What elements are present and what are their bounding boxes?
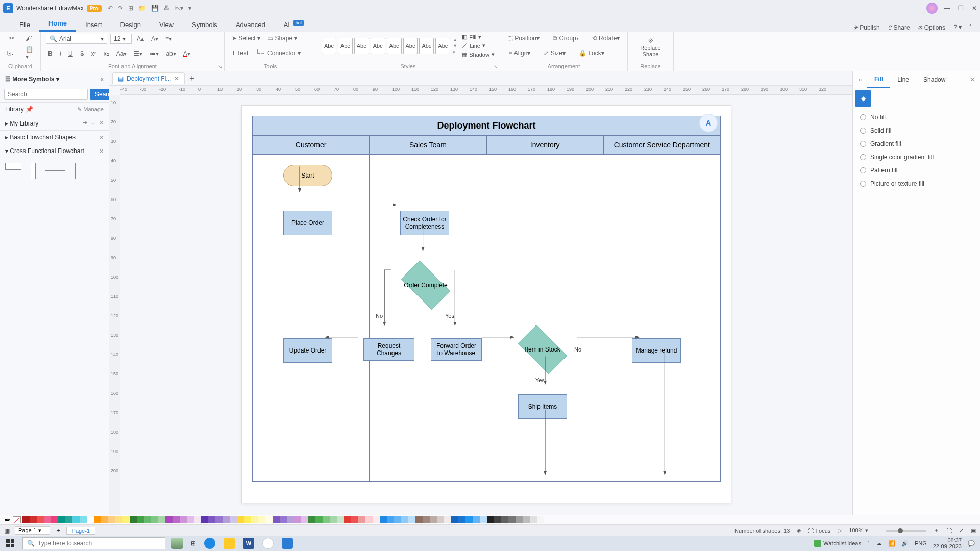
menu-insert[interactable]: Insert: [76, 18, 111, 32]
watchlist-widget[interactable]: Watchlist ideas: [814, 540, 861, 547]
lane-header-inventory[interactable]: Inventory: [487, 136, 604, 155]
color-swatch[interactable]: [187, 516, 194, 523]
shape-vertical-swimlane[interactable]: [31, 163, 36, 179]
language-icon[interactable]: ENG: [915, 540, 927, 546]
fit-page-icon[interactable]: ⛶: [946, 528, 952, 534]
layers-icon[interactable]: ◈: [797, 527, 801, 534]
color-swatch[interactable]: [516, 516, 523, 523]
zoom-out-icon[interactable]: −: [875, 528, 878, 534]
manage-button[interactable]: ✎ Manage: [77, 106, 104, 113]
styles-dialog-launcher[interactable]: ↘: [494, 64, 498, 69]
color-swatch[interactable]: [251, 516, 258, 523]
avatar[interactable]: [926, 3, 938, 14]
collapse-left-icon[interactable]: «: [100, 76, 104, 83]
file-explorer-icon[interactable]: [224, 538, 235, 549]
color-swatch[interactable]: [523, 516, 530, 523]
node-place-order[interactable]: Place Order: [283, 211, 332, 235]
fill-option-none[interactable]: No fill: [860, 114, 973, 121]
italic-icon[interactable]: I: [58, 49, 63, 58]
page-tab[interactable]: Page-1: [66, 527, 95, 535]
color-swatch[interactable]: [287, 516, 294, 523]
eyedropper-icon[interactable]: ✒: [4, 515, 11, 525]
styles-up-icon[interactable]: ▲: [453, 37, 457, 42]
share-button[interactable]: ⇪Share: [887, 24, 910, 31]
color-swatch[interactable]: [294, 516, 301, 523]
lane-header-sales[interactable]: Sales Team: [370, 136, 486, 155]
menu-file[interactable]: File: [10, 18, 39, 32]
new-icon[interactable]: ⊞: [128, 5, 133, 12]
color-swatch[interactable]: [358, 516, 365, 523]
color-swatch[interactable]: [51, 516, 58, 523]
color-swatch[interactable]: [223, 516, 230, 523]
canvas-scroll[interactable]: A Deployment Flowchart Customer Sales Te…: [120, 95, 852, 515]
page-panel-icon[interactable]: ▥: [4, 527, 10, 534]
options-button[interactable]: ⚙Options: [917, 24, 945, 31]
select-tool[interactable]: ➤ Select ▾: [230, 34, 262, 43]
basic-flowchart-shapes[interactable]: ▸ Basic Flowchart Shapes: [5, 134, 76, 141]
cut-icon[interactable]: ✂: [7, 34, 16, 43]
color-swatch[interactable]: [258, 516, 265, 523]
swimlane-title[interactable]: Deployment Flowchart: [253, 116, 720, 136]
save-icon[interactable]: 💾: [151, 5, 159, 12]
color-swatch[interactable]: [487, 516, 494, 523]
color-swatch[interactable]: [394, 516, 401, 523]
color-swatch[interactable]: [122, 516, 130, 523]
task-view-icon[interactable]: ⊞: [191, 540, 196, 547]
zoom-in-icon[interactable]: ＋: [934, 527, 939, 534]
node-request-changes[interactable]: Request Changes: [363, 338, 414, 361]
ai-assistant-icon[interactable]: A: [699, 114, 718, 132]
color-swatch[interactable]: [437, 516, 444, 523]
close-cross-icon[interactable]: ✕: [99, 148, 104, 155]
no-color-swatch[interactable]: [13, 516, 21, 523]
font-family-select[interactable]: 🔍Arial▾: [46, 34, 107, 44]
color-swatch[interactable]: [180, 516, 187, 523]
style-swatch[interactable]: Abc: [403, 38, 418, 54]
color-swatch[interactable]: [22, 516, 30, 523]
fill-button[interactable]: ◧ Fill ▾: [462, 34, 495, 40]
highlight-icon[interactable]: ab▾: [164, 49, 178, 58]
group-button[interactable]: ⧉ Group▾: [551, 34, 581, 43]
increase-font-icon[interactable]: A▴: [135, 34, 146, 43]
styles-more-icon[interactable]: ▾: [453, 49, 457, 55]
tray-expand-icon[interactable]: ˄: [867, 540, 870, 547]
zoom-level[interactable]: 100% ▾: [849, 527, 868, 534]
expand-right-icon[interactable]: »: [853, 73, 867, 86]
menu-view[interactable]: View: [150, 18, 183, 32]
start-button[interactable]: [0, 536, 20, 551]
color-swatch[interactable]: [301, 516, 308, 523]
color-swatch[interactable]: [337, 516, 344, 523]
shape-separator-h[interactable]: [45, 170, 65, 171]
node-order-complete[interactable]: Order Complete: [395, 267, 456, 304]
color-swatch[interactable]: [480, 516, 487, 523]
decrease-font-icon[interactable]: A▾: [149, 34, 160, 43]
color-swatch[interactable]: [158, 516, 165, 523]
node-item-in-stock[interactable]: Item in Stock: [512, 331, 573, 368]
color-swatch[interactable]: [351, 516, 358, 523]
copy-icon[interactable]: ⎘▾: [5, 48, 16, 58]
color-swatch[interactable]: [423, 516, 430, 523]
menu-design[interactable]: Design: [111, 18, 150, 32]
swimlane-container[interactable]: Deployment Flowchart Customer Sales Team…: [252, 116, 721, 482]
tab-fill[interactable]: Fill: [867, 71, 890, 88]
color-swatch[interactable]: [208, 516, 215, 523]
color-swatch[interactable]: [373, 516, 380, 523]
qat-more-icon[interactable]: ▾: [188, 5, 191, 12]
font-dialog-launcher[interactable]: ↘: [218, 64, 222, 69]
color-swatch[interactable]: [115, 516, 122, 523]
fill-option-single-gradient[interactable]: Single color gradient fill: [860, 154, 973, 161]
lane-customer[interactable]: Start Place Order Update Order: [253, 155, 370, 481]
word-icon[interactable]: W: [243, 538, 254, 549]
add-page-icon[interactable]: ＋: [55, 526, 61, 535]
library-label[interactable]: Library 📌: [5, 106, 33, 113]
color-swatch[interactable]: [215, 516, 223, 523]
style-swatch[interactable]: Abc: [322, 38, 336, 54]
color-swatch[interactable]: [94, 516, 101, 523]
color-swatch[interactable]: [144, 516, 151, 523]
color-swatch[interactable]: [130, 516, 137, 523]
lane-inventory[interactable]: Item in Stock Ship Items No Yes: [486, 155, 603, 481]
menu-home[interactable]: Home: [39, 16, 76, 32]
color-swatch[interactable]: [344, 516, 351, 523]
publish-button[interactable]: ✈Publish: [853, 24, 879, 31]
color-swatch[interactable]: [165, 516, 173, 523]
color-swatch[interactable]: [501, 516, 508, 523]
